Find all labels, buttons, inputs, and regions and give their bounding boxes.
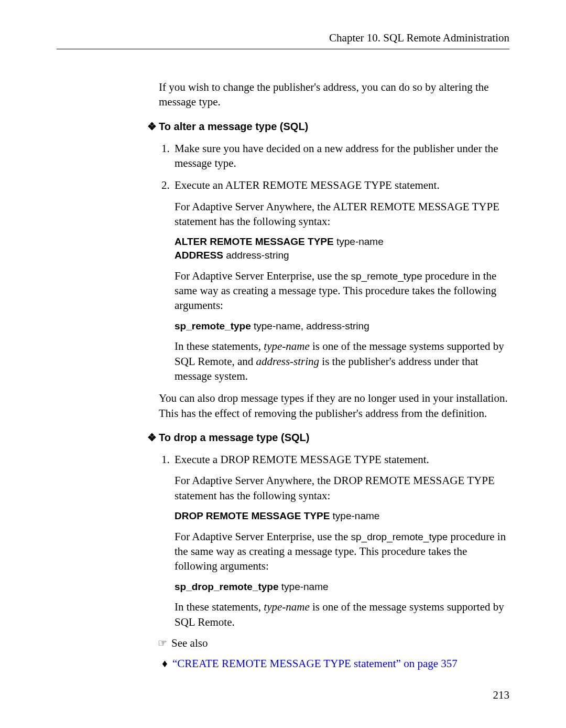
text-fragment: For Adaptive Server Enterprise, use the — [175, 270, 351, 282]
code-block: ALTER REMOTE MESSAGE TYPE type-name ADDR… — [175, 235, 509, 262]
diamond-icon: ❖ — [147, 431, 159, 444]
code-block: sp_drop_remote_type type-name — [175, 580, 509, 594]
step-sub-paragraph: For Adaptive Server Enterprise, use the … — [175, 529, 509, 574]
list-item: Execute a DROP REMOTE MESSAGE TYPE state… — [172, 452, 509, 629]
code-keyword: ALTER REMOTE MESSAGE TYPE — [175, 236, 334, 247]
code-keyword: sp_drop_remote_type — [175, 581, 279, 592]
code-block: DROP REMOTE MESSAGE TYPE type-name — [175, 509, 509, 523]
cross-reference-link[interactable]: “CREATE REMOTE MESSAGE TYPE statement” o… — [172, 657, 458, 670]
list-item: Make sure you have decided on a new addr… — [172, 141, 509, 171]
section-heading-alter: ❖To alter a message type (SQL) — [147, 120, 509, 133]
list-item: Execute an ALTER REMOTE MESSAGE TYPE sta… — [172, 178, 509, 383]
code-keyword: sp_remote_type — [175, 320, 251, 331]
step-sub-paragraph: For Adaptive Server Anywhere, the ALTER … — [175, 199, 509, 229]
italic-term: type-name — [264, 340, 309, 352]
see-also-label: See also — [171, 637, 208, 649]
code-arg: type-name, address-string — [251, 320, 369, 331]
italic-term: type-name — [264, 601, 309, 613]
step-sub-paragraph: In these statements, type-name is one of… — [175, 599, 509, 629]
code-keyword: DROP REMOTE MESSAGE TYPE — [175, 510, 330, 521]
bullet-icon: ♦ — [162, 657, 172, 670]
text-fragment: In these statements, — [175, 340, 264, 352]
italic-term: address-string — [256, 355, 320, 368]
code-line: ADDRESS address-string — [175, 249, 509, 262]
page-content: If you wish to change the publisher's ad… — [159, 80, 509, 670]
step-text: Execute an ALTER REMOTE MESSAGE TYPE sta… — [175, 179, 440, 191]
code-arg: address-string — [223, 250, 289, 261]
code-keyword: ADDRESS — [175, 250, 223, 261]
section-title: To alter a message type (SQL) — [159, 121, 308, 132]
step-sub-paragraph: For Adaptive Server Anywhere, the DROP R… — [175, 473, 509, 503]
code-block: sp_remote_type type-name, address-string — [175, 319, 509, 333]
step-text: Execute a DROP REMOTE MESSAGE TYPE state… — [175, 453, 429, 466]
inline-code: sp_drop_remote_type — [351, 531, 448, 542]
section-heading-drop: ❖To drop a message type (SQL) — [147, 431, 509, 444]
alter-steps-list: Make sure you have decided on a new addr… — [172, 141, 509, 384]
code-arg: type-name — [330, 510, 379, 521]
mid-paragraph: You can also drop message types if they … — [159, 391, 509, 421]
code-line: ALTER REMOTE MESSAGE TYPE type-name — [175, 235, 509, 249]
link-row: ♦“CREATE REMOTE MESSAGE TYPE statement” … — [162, 657, 509, 670]
text-fragment: In these statements, — [175, 601, 264, 613]
code-arg: type-name — [334, 236, 384, 247]
see-also-row: ☞See also — [158, 637, 509, 650]
point-hand-icon: ☞ — [158, 637, 171, 649]
intro-paragraph: If you wish to change the publisher's ad… — [159, 80, 509, 110]
page-header: Chapter 10. SQL Remote Administration — [57, 31, 509, 49]
step-sub-paragraph: For Adaptive Server Enterprise, use the … — [175, 269, 509, 313]
drop-steps-list: Execute a DROP REMOTE MESSAGE TYPE state… — [172, 452, 509, 629]
section-title: To drop a message type (SQL) — [159, 432, 309, 443]
code-arg: type-name — [279, 581, 329, 592]
diamond-icon: ❖ — [147, 120, 159, 133]
step-text: Make sure you have decided on a new addr… — [175, 142, 498, 169]
page-number: 213 — [493, 689, 510, 702]
step-sub-paragraph: In these statements, type-name is one of… — [175, 339, 509, 383]
text-fragment: For Adaptive Server Enterprise, use the — [175, 530, 351, 543]
inline-code: sp_remote_type — [351, 271, 422, 282]
